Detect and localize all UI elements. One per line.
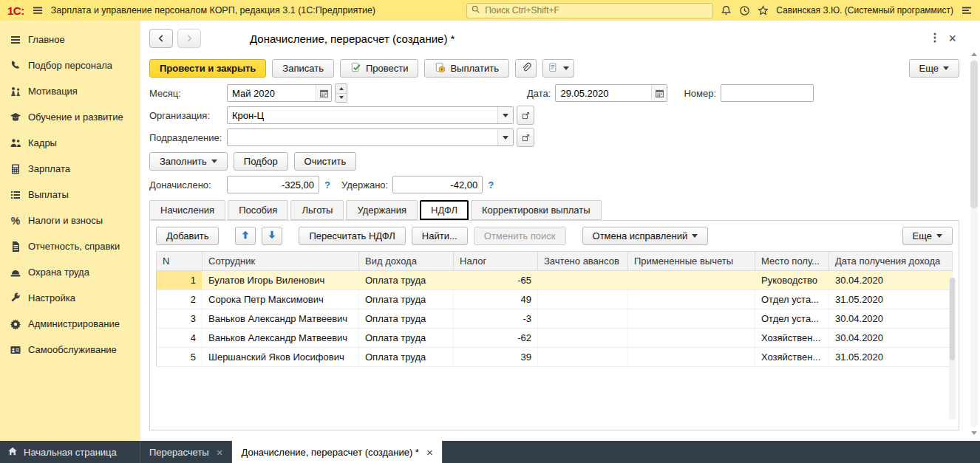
ndfl-tab-panel: Добавить Пересчитать НДФЛ Найти... Отмен… — [149, 220, 959, 431]
scrollbar-thumb[interactable] — [970, 61, 978, 208]
sidebar-item-administrirovanie[interactable]: Администрирование — [0, 311, 140, 337]
sidebar-item-samoobsluzhivanie[interactable]: Самообслуживание — [0, 337, 140, 363]
sidebar-item-otchetnost[interactable]: Отчетность, справки — [0, 233, 140, 259]
find-button[interactable]: Найти... — [412, 227, 468, 245]
cancel-edits-button[interactable]: Отмена исправлений — [582, 227, 709, 245]
department-open-button[interactable] — [517, 128, 534, 147]
add-row-button[interactable]: Добавить — [156, 227, 219, 245]
post-button[interactable]: Провести — [340, 59, 419, 78]
scroll-down-icon[interactable] — [970, 428, 979, 438]
scrollbar-track[interactable] — [970, 59, 978, 428]
main-menu-icon[interactable] — [32, 4, 44, 16]
fill-button[interactable]: Заполнить — [149, 152, 228, 171]
forward-button[interactable] — [177, 29, 201, 48]
table-more-button[interactable]: Еще — [902, 227, 953, 245]
tab-nachisleniya[interactable]: Начисления — [149, 200, 225, 220]
tab-uderzhaniya[interactable]: Удержания — [346, 200, 418, 220]
move-down-button[interactable] — [262, 227, 282, 245]
user-menu-icon[interactable] — [961, 4, 973, 16]
spin-up-icon[interactable] — [336, 84, 347, 93]
back-button[interactable] — [149, 29, 173, 48]
taskbar-tab-pereraschety[interactable]: Перерасчеты × — [140, 441, 232, 463]
sidebar-item-nastroyka[interactable]: Настройка — [0, 285, 140, 311]
sidebar-item-kadry[interactable]: Кадры — [0, 130, 140, 156]
column-header-advance[interactable]: Зачтено авансов — [538, 252, 628, 271]
pay-button[interactable]: Выплатить — [424, 59, 509, 78]
month-input[interactable] — [228, 85, 316, 101]
withheld-input[interactable] — [392, 176, 483, 193]
current-user[interactable]: Савинская З.Ю. (Системный программист) — [776, 5, 953, 16]
month-calendar-icon[interactable] — [316, 85, 331, 101]
cancel-search-button[interactable]: Отменить поиск — [474, 227, 566, 245]
number-field[interactable] — [721, 84, 814, 102]
spin-down-icon[interactable] — [336, 93, 347, 103]
organization-dropdown-icon[interactable] — [497, 107, 513, 123]
save-button[interactable]: Записать — [272, 59, 334, 78]
number-input[interactable] — [721, 85, 813, 101]
table-row[interactable]: 5 Шершанский Яков Иосифович Оплата труда… — [157, 348, 953, 367]
favorites-star-icon[interactable] — [758, 5, 769, 16]
form-scrollbar[interactable] — [970, 49, 979, 438]
pick-button[interactable]: Подбор — [234, 152, 288, 171]
sidebar-item-vyplaty[interactable]: Выплаты — [0, 182, 140, 208]
sidebar-item-zarplata[interactable]: Зарплата — [0, 156, 140, 182]
department-dropdown-icon[interactable] — [497, 129, 513, 145]
sidebar-item-nalogi[interactable]: % Налоги и взносы — [0, 208, 140, 233]
tab-posobiya[interactable]: Пособия — [228, 200, 288, 220]
column-header-tax[interactable]: Налог — [454, 252, 538, 271]
month-field[interactable] — [227, 84, 332, 102]
department-field[interactable] — [227, 128, 514, 146]
home-page-button[interactable]: Начальная страница — [0, 441, 140, 463]
tab-ndfl[interactable]: НДФЛ — [420, 200, 469, 220]
table-row[interactable]: 3 Ваньков Александр Матвеевич Оплата тру… — [157, 309, 953, 329]
organization-input[interactable] — [228, 107, 497, 123]
recalc-ndfl-button[interactable]: Пересчитать НДФЛ — [299, 227, 405, 245]
tab-lgoty[interactable]: Льготы — [290, 200, 344, 220]
more-button[interactable]: Еще — [909, 59, 959, 78]
close-form-icon[interactable]: × — [948, 32, 956, 45]
table-scrollbar-thumb[interactable] — [950, 278, 955, 360]
organization-open-button[interactable] — [517, 106, 534, 125]
column-header-income-date[interactable]: Дата получения дохода — [829, 252, 953, 271]
column-header-income-type[interactable]: Вид дохода — [359, 252, 454, 271]
organization-field[interactable] — [227, 106, 514, 124]
payments-list-icon — [10, 189, 21, 201]
move-up-button[interactable] — [235, 227, 256, 245]
column-header-deductions[interactable]: Примененные вычеты — [628, 252, 755, 271]
table-row[interactable]: 4 Ваньков Александр Матвеевич Оплата тру… — [157, 329, 953, 348]
tab-korrektirovki[interactable]: Корректировки выплаты — [471, 200, 602, 220]
clear-button[interactable]: Очистить — [294, 152, 357, 171]
column-header-place[interactable]: Место полу... — [755, 252, 829, 271]
reports-split-button[interactable] — [542, 59, 574, 78]
scroll-up-icon[interactable] — [970, 49, 979, 59]
global-search[interactable] — [466, 3, 713, 18]
accrued-input[interactable] — [227, 176, 319, 193]
month-spinner[interactable] — [335, 83, 347, 103]
search-input[interactable] — [483, 4, 709, 16]
sidebar-item-podbor-personala[interactable]: Подбор персонала — [0, 52, 140, 78]
history-icon[interactable] — [739, 5, 750, 16]
date-input[interactable] — [556, 85, 651, 101]
sidebar-item-ohrana-truda[interactable]: Охрана труда — [0, 259, 140, 285]
column-header-employee[interactable]: Сотрудник — [203, 252, 359, 271]
date-field[interactable] — [555, 84, 667, 102]
department-input[interactable] — [228, 129, 497, 145]
table-row[interactable]: 2 Сорока Петр Максимович Оплата труда 49… — [157, 290, 953, 309]
table-scrollbar[interactable] — [949, 277, 956, 419]
notifications-bell-icon[interactable] — [721, 5, 732, 16]
table-row[interactable]: 1 Булатов Игорь Виленович Оплата труда -… — [157, 271, 953, 290]
post-and-close-button[interactable]: Провести и закрыть — [149, 59, 266, 78]
date-calendar-icon[interactable] — [651, 85, 667, 101]
column-header-n[interactable]: N — [157, 252, 203, 271]
post-doc-icon — [350, 62, 361, 75]
close-tab-icon[interactable]: × — [217, 447, 223, 458]
sidebar-item-glavnoe[interactable]: Главное — [0, 27, 140, 52]
attachments-button[interactable] — [515, 59, 537, 78]
withheld-help-icon[interactable]: ? — [488, 179, 494, 191]
kebab-menu-icon[interactable] — [933, 32, 936, 46]
close-tab-icon[interactable]: × — [426, 447, 433, 458]
taskbar-tab-donachislenie[interactable]: Доначисление, перерасчет (создание) * × — [232, 441, 442, 463]
accrued-help-icon[interactable]: ? — [324, 179, 330, 191]
sidebar-item-motivatsiya[interactable]: Мотивация — [0, 78, 140, 104]
sidebar-item-obuchenie[interactable]: Обучение и развитие — [0, 104, 140, 130]
